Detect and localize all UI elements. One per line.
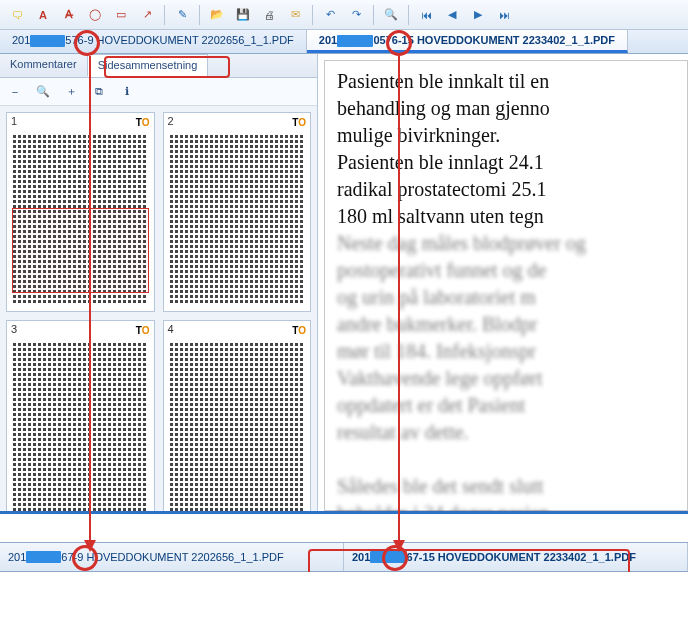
thumbnail-grid: 1TO2TO3TO4TO xyxy=(0,106,317,511)
last-page-icon[interactable]: ⏭ xyxy=(493,4,515,26)
document-tab[interactable]: 201xx67-15 HOVEDDOKUMENT 2233402_1_1.PDF xyxy=(344,543,688,571)
arrow-annot-icon[interactable]: ↗ xyxy=(136,4,158,26)
page-thumbnail[interactable]: 1TO xyxy=(6,112,155,312)
zoom-thumb-icon[interactable]: 🔍 xyxy=(34,83,52,101)
info-icon[interactable]: ℹ xyxy=(118,83,136,101)
collapse-icon[interactable]: − xyxy=(6,83,24,101)
first-page-icon[interactable]: ⏮ xyxy=(415,4,437,26)
main-toolbar: 🗨AA̶◯▭↗✎📂💾🖨✉↶↷🔍⏮◀▶⏭ xyxy=(0,0,688,30)
circle-annot-icon[interactable]: ◯ xyxy=(84,4,106,26)
next-page-icon[interactable]: ▶ xyxy=(467,4,489,26)
document-tab[interactable]: 201xx0576-15 HOVEDDOKUMENT 2233402_1_1.P… xyxy=(307,30,628,53)
document-tab[interactable]: 201xx67-9 HOVEDDOKUMENT 2202656_1_1.PDF xyxy=(0,543,344,571)
print-icon[interactable]: 🖨 xyxy=(258,4,280,26)
page-thumbnail[interactable]: 3TO xyxy=(6,320,155,511)
panel-subtabs: KommentarerSidesammensetning xyxy=(0,54,317,78)
panel-subtoolbar: −🔍＋⧉ℹ xyxy=(0,78,317,106)
document-tab[interactable]: 201xx576-9 HOVEDDOKUMENT 2202656_1_1.PDF xyxy=(0,30,307,53)
pdf-page: Pasienten ble innkalt til enbehandling o… xyxy=(324,60,688,511)
page-thumbnail[interactable]: 4TO xyxy=(163,320,312,511)
undo-icon[interactable]: ↶ xyxy=(319,4,341,26)
redo-icon[interactable]: ↷ xyxy=(345,4,367,26)
email-icon[interactable]: ✉ xyxy=(284,4,306,26)
strike-text-icon[interactable]: A̶ xyxy=(58,4,80,26)
left-panel: KommentarerSidesammensetning −🔍＋⧉ℹ 1TO2T… xyxy=(0,54,318,511)
open-icon[interactable]: 📂 xyxy=(206,4,228,26)
document-tab-strip: 201xx576-9 HOVEDDOKUMENT 2202656_1_1.PDF… xyxy=(0,30,688,54)
zoom-icon[interactable]: 🔍 xyxy=(380,4,402,26)
main-area: KommentarerSidesammensetning −🔍＋⧉ℹ 1TO2T… xyxy=(0,54,688,514)
panel-subtab[interactable]: Sidesammensetning xyxy=(87,54,209,77)
rect-annot-icon[interactable]: ▭ xyxy=(110,4,132,26)
add-page-icon[interactable]: ＋ xyxy=(62,83,80,101)
panel-subtab[interactable]: Kommentarer xyxy=(0,54,87,77)
copy-page-icon[interactable]: ⧉ xyxy=(90,83,108,101)
sticky-note-icon[interactable]: 🗨 xyxy=(6,4,28,26)
bottom-tab-strip: 201xx67-9 HOVEDDOKUMENT 2202656_1_1.PDF2… xyxy=(0,542,688,572)
page-thumbnail[interactable]: 2TO xyxy=(163,112,312,312)
document-view[interactable]: Pasienten ble innkalt til enbehandling o… xyxy=(318,54,688,511)
save-icon[interactable]: 💾 xyxy=(232,4,254,26)
prev-page-icon[interactable]: ◀ xyxy=(441,4,463,26)
highlighter-icon[interactable]: ✎ xyxy=(171,4,193,26)
text-annotation-icon[interactable]: A xyxy=(32,4,54,26)
